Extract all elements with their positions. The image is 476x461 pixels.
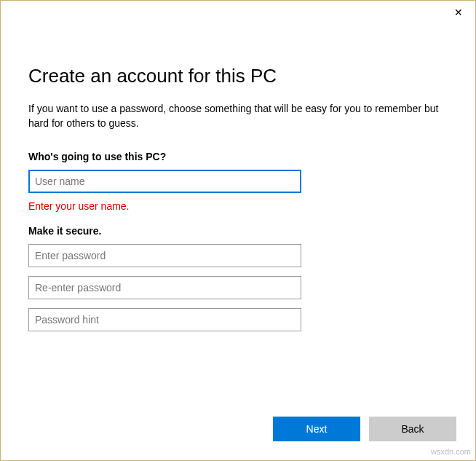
next-button[interactable]: Next [273, 417, 360, 441]
password-input[interactable] [28, 244, 301, 267]
title-bar: ✕ [1, 1, 475, 24]
secure-section-label: Make it secure. [28, 225, 448, 237]
page-description: If you want to use a password, choose so… [28, 102, 448, 130]
back-button[interactable]: Back [369, 417, 456, 441]
page-title: Create an account for this PC [28, 65, 448, 87]
close-button[interactable]: ✕ [442, 1, 475, 24]
user-section-label: Who's going to use this PC? [28, 151, 448, 162]
watermark-text: wsxdn.com [431, 447, 471, 456]
username-input[interactable] [28, 170, 301, 193]
dialog-content: Create an account for this PC If you wan… [1, 24, 475, 331]
dialog-footer: Next Back [273, 417, 456, 441]
close-icon: ✕ [454, 7, 463, 18]
password-hint-input[interactable] [28, 308, 301, 331]
username-error: Enter your user name. [28, 200, 448, 212]
confirm-password-input[interactable] [28, 276, 301, 299]
